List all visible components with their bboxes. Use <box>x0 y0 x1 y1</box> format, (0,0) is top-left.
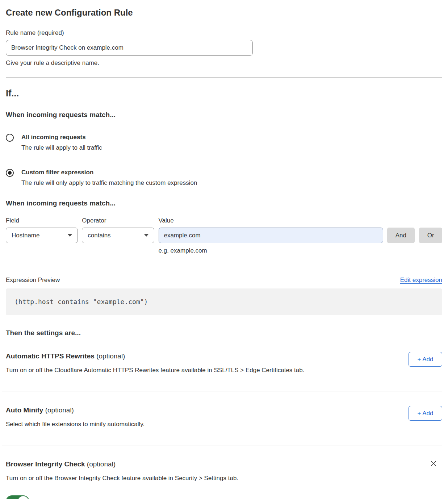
section-divider <box>6 77 442 78</box>
radio-option-custom-filter-expression[interactable]: Custom filter expression The rule will o… <box>6 169 442 187</box>
setting-optional-tag: (optional) <box>96 352 125 360</box>
radio-description: The rule will only apply to traffic matc… <box>21 179 197 187</box>
radio-selected-icon[interactable] <box>6 169 14 177</box>
radio-label: Custom filter expression <box>21 169 197 176</box>
and-button[interactable]: And <box>387 228 415 243</box>
setting-optional-tag: (optional) <box>87 460 116 468</box>
setting-title: Automatic HTTPS Rewrites <box>6 352 95 360</box>
setting-description: Turn on or off the Browser Integrity Che… <box>6 474 442 482</box>
match-heading: When incoming requests match... <box>6 111 442 119</box>
field-label: Field <box>6 217 78 224</box>
setting-description: Turn on or off the Cloudflare Automatic … <box>6 366 304 374</box>
toggle-knob[interactable] <box>18 496 29 499</box>
value-input[interactable] <box>159 228 383 243</box>
create-configuration-rule-page: Create new Configuration Rule Rule name … <box>0 0 448 499</box>
edit-expression-link[interactable]: Edit expression <box>400 276 442 284</box>
add-auto-minify-button[interactable]: + Add <box>409 406 442 421</box>
rule-name-label: Rule name (required) <box>6 29 442 37</box>
setting-title: Auto Minify <box>6 406 43 414</box>
or-button[interactable]: Or <box>419 228 442 243</box>
setting-optional-tag: (optional) <box>45 406 74 414</box>
radio-option-all-incoming-requests[interactable]: All incoming requests The rule will appl… <box>6 133 442 152</box>
operator-select-value: contains <box>88 232 110 239</box>
field-select-value: Hostname <box>12 232 39 239</box>
chevron-down-icon <box>68 234 72 237</box>
setting-browser-integrity-check: Browser Integrity Check (optional) Turn … <box>6 445 442 499</box>
page-title: Create new Configuration Rule <box>6 7 442 18</box>
browser-integrity-check-toggle[interactable] <box>6 495 29 499</box>
setting-auto-minify: Auto Minify (optional) Select which file… <box>6 391 442 445</box>
field-select[interactable]: Hostname <box>6 228 78 243</box>
operator-label: Operator <box>82 217 154 224</box>
radio-description: The rule will apply to all traffic <box>21 144 102 152</box>
radio-unselected-icon[interactable] <box>6 134 14 142</box>
if-heading: If... <box>6 88 442 99</box>
expression-preview-label: Expression Preview <box>6 276 60 284</box>
rule-name-input[interactable] <box>6 40 253 56</box>
expression-preview-row: Expression Preview Edit expression <box>6 276 442 284</box>
value-label: Value <box>159 217 383 224</box>
operator-select[interactable]: contains <box>82 228 154 243</box>
then-heading: Then the settings are... <box>6 329 442 337</box>
expression-builder-heading: When incoming requests match... <box>6 199 442 208</box>
rule-name-helper: Give your rule a descriptive name. <box>6 59 442 67</box>
chevron-down-icon <box>144 234 148 237</box>
condition-row: Field Hostname Operator contains Value e… <box>6 217 442 255</box>
value-helper: e.g. example.com <box>159 247 383 255</box>
setting-automatic-https-rewrites: Automatic HTTPS Rewrites (optional) Turn… <box>6 337 442 391</box>
setting-description: Select which file extensions to minify a… <box>6 420 145 428</box>
expression-preview-code: (http.host contains "example.com") <box>6 288 442 315</box>
close-icon[interactable] <box>430 460 437 467</box>
setting-title: Browser Integrity Check <box>6 460 85 468</box>
add-automatic-https-rewrites-button[interactable]: + Add <box>409 352 442 367</box>
radio-label: All incoming requests <box>21 133 102 141</box>
